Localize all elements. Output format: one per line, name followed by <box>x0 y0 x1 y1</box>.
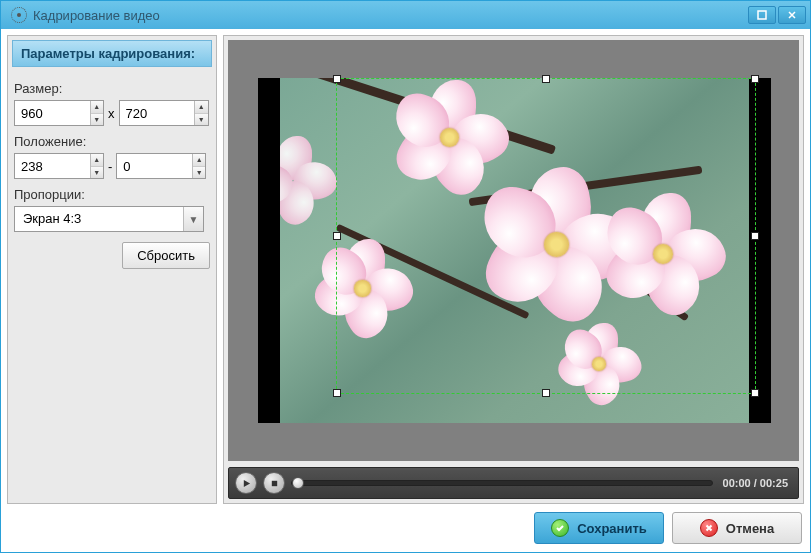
aspect-label: Пропорции: <box>14 187 210 202</box>
aspect-value: Экран 4:3 <box>15 207 183 231</box>
posx-input[interactable] <box>15 154 90 178</box>
crop-rectangle[interactable] <box>336 78 756 394</box>
posy-input[interactable] <box>117 154 192 178</box>
play-button[interactable] <box>235 472 257 494</box>
posy-up[interactable]: ▲ <box>193 154 205 167</box>
size-label: Размер: <box>14 81 210 96</box>
maximize-button[interactable] <box>748 6 776 24</box>
crop-handle-sw[interactable] <box>333 389 341 397</box>
height-down[interactable]: ▼ <box>195 114 207 126</box>
seek-bar[interactable] <box>291 480 713 486</box>
bottom-bar: Сохранить Отмена <box>7 510 804 546</box>
width-input[interactable] <box>15 101 90 125</box>
reset-button[interactable]: Сбросить <box>122 242 210 269</box>
crop-handle-se[interactable] <box>751 389 759 397</box>
height-input[interactable] <box>120 101 195 125</box>
position-label: Положение: <box>14 134 210 149</box>
crop-handle-e[interactable] <box>751 232 759 240</box>
cancel-button[interactable]: Отмена <box>672 512 802 544</box>
crop-handle-nw[interactable] <box>333 75 341 83</box>
svg-rect-0 <box>758 11 766 19</box>
crop-handle-ne[interactable] <box>751 75 759 83</box>
preview-area[interactable] <box>228 40 799 461</box>
width-down[interactable]: ▼ <box>91 114 103 126</box>
posx-spinner[interactable]: ▲▼ <box>14 153 104 179</box>
parameters-panel: Параметры кадрирования: Размер: ▲▼ x ▲▼ <box>7 35 217 504</box>
crop-handle-w[interactable] <box>333 232 341 240</box>
height-up[interactable]: ▲ <box>195 101 207 114</box>
posy-down[interactable]: ▼ <box>193 167 205 179</box>
close-button[interactable] <box>778 6 806 24</box>
cancel-label: Отмена <box>726 521 774 536</box>
timecode: 00:00 / 00:25 <box>719 477 792 489</box>
posx-up[interactable]: ▲ <box>91 154 103 167</box>
save-button[interactable]: Сохранить <box>534 512 664 544</box>
save-label: Сохранить <box>577 521 647 536</box>
window-title: Кадрирование видео <box>33 8 746 23</box>
height-spinner[interactable]: ▲▼ <box>119 100 209 126</box>
crop-handle-n[interactable] <box>542 75 550 83</box>
panel-header: Параметры кадрирования: <box>12 40 212 67</box>
crop-handle-s[interactable] <box>542 389 550 397</box>
chevron-down-icon[interactable]: ▼ <box>183 207 203 231</box>
preview-panel: 00:00 / 00:25 <box>223 35 804 504</box>
posx-down[interactable]: ▼ <box>91 167 103 179</box>
seek-knob[interactable] <box>292 477 304 489</box>
width-spinner[interactable]: ▲▼ <box>14 100 104 126</box>
width-up[interactable]: ▲ <box>91 101 103 114</box>
player-bar: 00:00 / 00:25 <box>228 467 799 499</box>
posy-spinner[interactable]: ▲▼ <box>116 153 206 179</box>
titlebar: Кадрирование видео <box>1 1 810 29</box>
check-icon <box>551 519 569 537</box>
aspect-select[interactable]: Экран 4:3 ▼ <box>14 206 204 232</box>
stop-button[interactable] <box>263 472 285 494</box>
size-separator: x <box>108 106 115 121</box>
svg-rect-1 <box>271 480 276 485</box>
x-icon <box>700 519 718 537</box>
app-icon <box>11 7 27 23</box>
pos-separator: - <box>108 159 112 174</box>
